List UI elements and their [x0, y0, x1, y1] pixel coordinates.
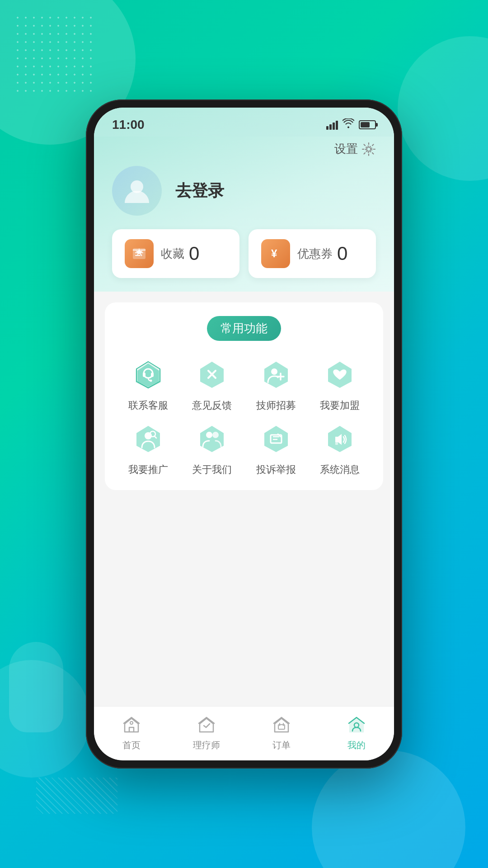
signal-icon [326, 120, 338, 130]
nav-label-orders: 订单 [272, 739, 291, 751]
complaint-label: 投诉举报 [256, 463, 296, 476]
function-item-join[interactable]: 我要加盟 [310, 357, 370, 412]
svg-rect-9 [151, 373, 154, 377]
orders-nav-icon [270, 714, 293, 736]
svg-text:¥: ¥ [271, 247, 277, 259]
bottom-nav: 首页 理疗师 [94, 706, 394, 760]
nav-label-mine: 我的 [347, 739, 366, 751]
bg-decor-circle2 [398, 36, 488, 181]
function-item-system-msg[interactable]: 系统消息 [310, 421, 370, 476]
svg-point-23 [130, 722, 133, 724]
signal-bar-4 [336, 121, 338, 130]
promote-label: 我要推广 [128, 463, 168, 476]
promote-icon [133, 424, 164, 455]
favorites-text: 收藏 0 [161, 243, 199, 264]
join-label: 我要加盟 [320, 399, 360, 412]
status-time: 11:00 [112, 118, 145, 132]
cards-row: 收藏 0 ¥ 优惠券 0 [112, 229, 376, 278]
nav-label-therapist: 理疗师 [193, 739, 220, 751]
signal-bar-3 [333, 123, 335, 130]
coupon-text: 优惠券 0 [297, 243, 347, 264]
svg-point-10 [150, 380, 152, 382]
svg-point-13 [271, 368, 277, 375]
status-bar: 11:00 [94, 108, 394, 137]
gear-icon [361, 142, 376, 156]
coupon-card[interactable]: ¥ 优惠券 0 [249, 229, 376, 278]
bg-decor-hand [9, 642, 63, 732]
functions-title-wrap: 常用功能 [118, 316, 370, 341]
promote-icon-wrap [130, 421, 166, 458]
function-item-feedback[interactable]: 意见反馈 [183, 357, 242, 412]
feedback-icon-wrap [194, 357, 230, 393]
about-icon [197, 424, 227, 455]
functions-title: 常用功能 [207, 316, 281, 341]
system-msg-label: 系统消息 [320, 463, 360, 476]
complaint-icon-wrap [258, 421, 294, 458]
user-avatar-icon [121, 175, 153, 207]
nav-item-home[interactable]: 首页 [94, 714, 169, 751]
system-msg-icon-wrap [322, 421, 358, 458]
svg-point-20 [212, 432, 219, 438]
signal-bar-2 [329, 124, 332, 130]
function-item-complaint[interactable]: 投诉举报 [246, 421, 306, 476]
technician-label: 技师招募 [256, 399, 296, 412]
functions-grid: 联系客服 意见反馈 [118, 357, 370, 476]
svg-point-19 [206, 432, 212, 438]
bg-decor-lines [36, 778, 117, 814]
feedback-label: 意见反馈 [192, 399, 232, 412]
favorites-icon [125, 239, 154, 268]
nav-item-therapist[interactable]: 理疗师 [169, 714, 244, 751]
svg-rect-22 [335, 442, 338, 445]
about-icon-wrap [194, 421, 230, 458]
wifi-icon [343, 118, 354, 131]
header-area: 设置 去登录 [94, 137, 394, 292]
phone-frame: 11:00 [86, 99, 402, 769]
function-item-technician[interactable]: 技师招募 [246, 357, 306, 412]
coupon-count: 0 [337, 243, 347, 264]
profile-row: 去登录 [112, 166, 376, 216]
avatar[interactable] [112, 166, 162, 216]
svg-rect-8 [143, 373, 145, 377]
favorites-card[interactable]: 收藏 0 [112, 229, 239, 278]
favorites-count: 0 [189, 243, 199, 264]
signal-bar-1 [326, 126, 328, 130]
function-item-about[interactable]: 关于我们 [183, 421, 242, 476]
technician-icon [261, 360, 291, 391]
settings-button[interactable]: 设置 [334, 141, 376, 157]
favorites-label: 收藏 [161, 246, 184, 262]
feedback-icon [197, 360, 227, 391]
complaint-icon [261, 424, 291, 455]
mine-nav-icon [345, 714, 368, 736]
home-nav-icon [120, 714, 143, 736]
battery-icon [359, 120, 376, 129]
settings-label: 设置 [334, 141, 358, 157]
nav-item-mine[interactable]: 我的 [319, 714, 394, 751]
bg-decor-dots [14, 14, 95, 95]
join-icon-wrap [322, 357, 358, 393]
login-prompt[interactable]: 去登录 [175, 180, 224, 202]
customer-service-icon-wrap [130, 357, 166, 393]
join-icon [324, 360, 355, 391]
system-msg-icon [324, 424, 355, 455]
functions-card: 常用功能 [105, 302, 383, 490]
coupon-label: 优惠券 [297, 246, 333, 262]
about-label: 关于我们 [192, 463, 232, 476]
coupon-icon: ¥ [261, 239, 290, 268]
svg-point-0 [367, 147, 371, 151]
customer-service-icon [133, 360, 164, 391]
function-item-promote[interactable]: 我要推广 [118, 421, 178, 476]
phone-screen: 11:00 [94, 108, 394, 760]
therapist-nav-icon [195, 714, 218, 736]
technician-icon-wrap [258, 357, 294, 393]
function-item-customer-service[interactable]: 联系客服 [118, 357, 178, 412]
settings-row: 设置 [112, 141, 376, 157]
status-icons [326, 118, 376, 131]
nav-label-home: 首页 [122, 739, 141, 751]
customer-service-label: 联系客服 [128, 399, 168, 412]
nav-item-orders[interactable]: 订单 [244, 714, 319, 751]
main-content: 常用功能 [94, 292, 394, 706]
battery-fill [361, 122, 370, 127]
